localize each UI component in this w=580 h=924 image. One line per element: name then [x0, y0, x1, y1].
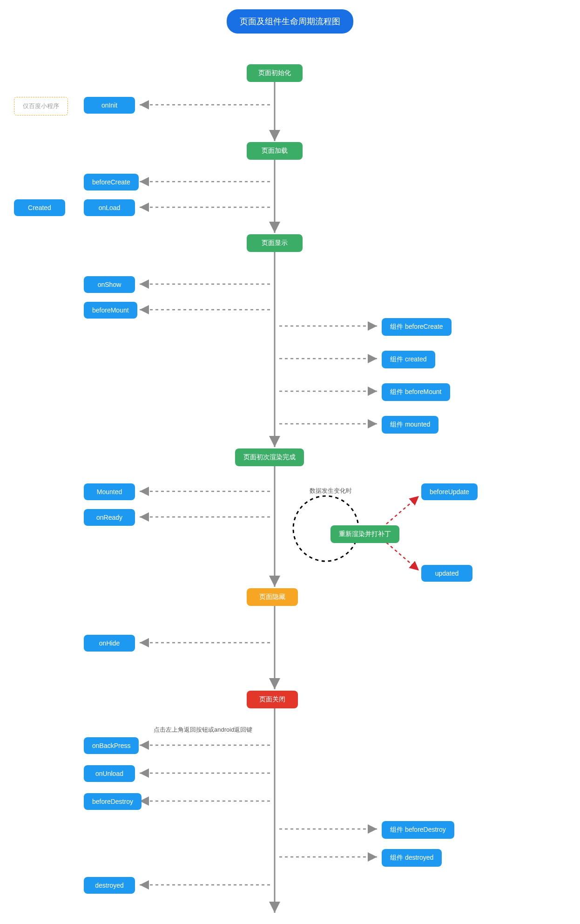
- hook-comp-destroyed: 组件 destroyed: [382, 849, 442, 867]
- hook-comp-beforeCreate: 组件 beforeCreate: [382, 318, 452, 336]
- hook-onBackPress: onBackPress: [84, 737, 139, 754]
- note-baidu-only: 仅百度小程序: [14, 97, 68, 116]
- hook-updated: updated: [421, 565, 472, 582]
- hook-onShow: onShow: [84, 276, 135, 293]
- stage-init: 页面初始化: [247, 64, 303, 82]
- stage-rerender: 重新渲染并打补丁: [330, 525, 399, 543]
- stage-first-render: 页面初次渲染完成: [235, 448, 304, 466]
- stage-load: 页面加载: [247, 142, 303, 160]
- svg-line-26: [386, 543, 419, 571]
- diagram-title: 页面及组件生命周期流程图: [227, 9, 353, 34]
- note-data-change: 数据发生变化时: [310, 487, 352, 495]
- stage-close: 页面关闭: [247, 691, 298, 708]
- note-back-press: 点击左上角返回按钮或android返回键: [154, 726, 252, 734]
- hook-Mounted: Mounted: [84, 483, 135, 500]
- hook-comp-beforeMount: 组件 beforeMount: [382, 383, 450, 401]
- stage-hide: 页面隐藏: [247, 588, 298, 606]
- hook-comp-mounted: 组件 mounted: [382, 416, 438, 434]
- hook-onHide: onHide: [84, 635, 135, 652]
- hook-onInit: onInit: [84, 97, 135, 114]
- hook-comp-beforeDestroy: 组件 beforeDestroy: [382, 821, 454, 839]
- hook-beforeCreate: beforeCreate: [84, 174, 139, 190]
- hook-comp-created: 组件 created: [382, 351, 435, 368]
- hook-onUnload: onUnload: [84, 765, 135, 782]
- svg-line-25: [386, 496, 419, 524]
- hook-onLoad: onLoad: [84, 199, 135, 216]
- hook-beforeDestroy: beforeDestroy: [84, 793, 142, 810]
- hook-destroyed: destroyed: [84, 877, 135, 894]
- hook-beforeUpdate: beforeUpdate: [421, 483, 478, 500]
- hook-Created: Created: [14, 199, 65, 216]
- hook-onReady: onReady: [84, 509, 135, 526]
- stage-show: 页面显示: [247, 234, 303, 252]
- hook-beforeMount: beforeMount: [84, 302, 137, 319]
